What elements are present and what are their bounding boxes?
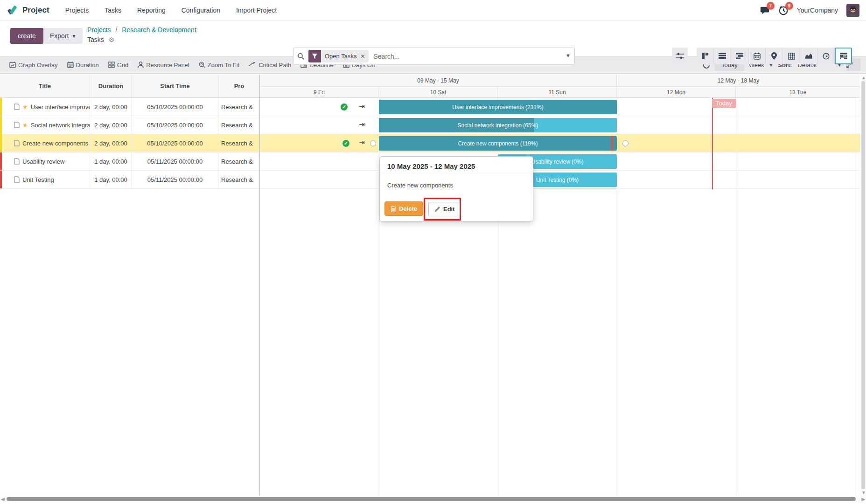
nav-item-projects[interactable]: Projects [65, 7, 89, 14]
day-header[interactable]: 11 Sun [498, 87, 617, 97]
scroll-down-icon[interactable]: ▼ [861, 490, 866, 495]
day-header[interactable]: 13 Tue [736, 87, 860, 97]
map-pin-icon [771, 52, 777, 60]
chevron-down-icon: ▼ [71, 34, 76, 39]
table-row[interactable]: ★Social network integrat 2 day, 00:00 05… [0, 116, 260, 134]
gantt-row[interactable]: Unit Testing (0%) [260, 171, 860, 189]
task-duration: 2 day, 00:00 [90, 134, 132, 152]
star-icon[interactable]: ★ [22, 104, 28, 110]
task-start-time[interactable]: 05/10/2025 00:00:00 [132, 116, 218, 134]
breadcrumb-projects-link[interactable]: Projects [87, 26, 111, 34]
activities-button[interactable]: 9 [778, 5, 789, 15]
task-table-header: Title Duration Start Time Pro [0, 75, 260, 98]
zoom-icon [199, 62, 205, 68]
search-facet[interactable]: Open Tasks ✕ [308, 50, 369, 62]
view-gantt-button[interactable] [731, 48, 748, 64]
create-button[interactable]: create [10, 28, 43, 44]
view-pivot-button[interactable] [783, 48, 800, 64]
task-start-time-focused[interactable]: 05/10/2025 00:00:00 [132, 134, 218, 152]
horizontal-scrollbar[interactable]: ◀ ▶ [0, 496, 866, 503]
scroll-up-icon[interactable]: ▲ [861, 75, 866, 80]
table-row[interactable]: ★User interface improve 2 day, 00:00 05/… [0, 98, 260, 116]
nav-item-tasks[interactable]: Tasks [105, 7, 121, 14]
company-name[interactable]: YourCompany [797, 7, 838, 14]
scroll-left-icon[interactable]: ◀ [1, 497, 5, 502]
table-row[interactable]: Unit Testing 1 day, 00:00 05/11/2025 00:… [0, 171, 260, 189]
filter-icon [308, 50, 321, 62]
day-header[interactable]: 12 Mon [617, 87, 736, 97]
view-activity-button[interactable] [817, 48, 835, 64]
gantt-row[interactable]: Usability review (0%) [260, 152, 860, 171]
column-header-project[interactable]: Pro [218, 75, 260, 97]
gantt-bar[interactable]: User interface improvements (231%) [379, 100, 617, 114]
messages-button[interactable]: 7 [760, 5, 770, 15]
gantt-bar[interactable]: Create new components (119%) [379, 136, 617, 151]
view-list-button[interactable] [714, 48, 731, 64]
task-start-time[interactable]: 05/10/2025 00:00:00 [132, 98, 218, 116]
gear-icon[interactable]: ⚙ [109, 36, 115, 43]
day-header[interactable]: 9 Fri [260, 87, 379, 97]
export-button[interactable]: Export▼ [43, 28, 83, 44]
gantt-bar-label: Create new components (119%) [379, 136, 617, 151]
critical-path-button[interactable]: Critical Path [249, 62, 291, 69]
gantt-bar-label: Social network integration (65%) [379, 118, 617, 132]
day-header[interactable]: 10 Sat [379, 87, 498, 97]
duration-button[interactable]: Duration [67, 62, 99, 69]
nav-item-reporting[interactable]: Reporting [137, 7, 166, 14]
app-logo-icon[interactable] [7, 5, 18, 15]
today-line [712, 98, 713, 189]
view-gantt-selected-button[interactable] [835, 48, 852, 64]
app-name: Project [22, 6, 49, 15]
calendar-icon [754, 53, 761, 60]
filters-options-button[interactable] [672, 48, 688, 64]
resize-handle-left[interactable] [370, 140, 376, 146]
area-chart-icon [805, 53, 812, 59]
gantt-icon [736, 53, 743, 59]
scroll-right-icon[interactable]: ▶ [861, 497, 865, 502]
table-row-selected[interactable]: Create new components 2 day, 00:00 05/10… [0, 134, 260, 152]
column-header-start-time[interactable]: Start Time [132, 75, 218, 97]
table-gantt-divider[interactable] [259, 75, 260, 496]
task-duration: 1 day, 00:00 [90, 152, 132, 170]
column-header-title[interactable]: Title [0, 75, 90, 97]
vertical-scrollbar[interactable]: ▲ ▼ [860, 75, 866, 496]
task-title: Create new components [22, 140, 88, 147]
task-start-time[interactable]: 05/11/2025 00:00:00 [132, 152, 218, 170]
task-duration: 2 day, 00:00 [90, 116, 132, 134]
gantt-row-selected[interactable]: ✓ ⇥ Create new components (119%) [260, 134, 860, 152]
table-row[interactable]: Usability review 1 day, 00:00 05/11/2025… [0, 152, 260, 171]
star-icon[interactable]: ★ [22, 122, 28, 129]
horizontal-scroll-thumb[interactable] [7, 497, 856, 501]
document-icon [14, 140, 20, 146]
view-map-button[interactable] [766, 48, 783, 64]
breadcrumb-project-link[interactable]: Research & Development [122, 26, 196, 34]
search-bar[interactable]: Open Tasks ✕ ▼ [293, 48, 575, 65]
graph-overlay-button[interactable]: Graph Overlay [9, 62, 58, 69]
done-check-icon: ✓ [342, 139, 350, 147]
vertical-scroll-thumb[interactable] [861, 81, 865, 489]
delete-button[interactable]: Delete [384, 201, 423, 216]
nav-item-configuration[interactable]: Configuration [182, 7, 220, 14]
column-header-duration[interactable]: Duration [90, 75, 132, 97]
zoom-to-fit-button[interactable]: Zoom To Fit [199, 62, 239, 69]
grid-icon [108, 62, 115, 68]
gantt-row[interactable]: ⇥ Social network integration (65%) [260, 116, 860, 134]
view-kanban-button[interactable] [697, 48, 714, 64]
user-avatar[interactable] [846, 4, 859, 17]
search-input[interactable] [373, 53, 571, 60]
task-start-time[interactable]: 05/11/2025 00:00:00 [132, 171, 218, 188]
search-dropdown-icon[interactable]: ▼ [566, 53, 571, 58]
resource-panel-button[interactable]: Resource Panel [138, 62, 189, 69]
graph-overlay-icon [9, 62, 16, 68]
gantt-bar[interactable]: Social network integration (65%) [379, 118, 617, 132]
grid-button[interactable]: Grid [108, 62, 129, 69]
facet-remove-icon[interactable]: ✕ [360, 53, 365, 60]
gantt-row[interactable]: ✓ ⇥ User interface improvements (231%) [260, 98, 860, 116]
view-calendar-button[interactable] [748, 48, 766, 64]
search-icon [297, 53, 305, 60]
view-graph-button[interactable] [800, 48, 817, 64]
resize-handle-right[interactable] [622, 140, 629, 146]
document-icon [14, 158, 20, 165]
nav-item-import-project[interactable]: Import Project [236, 7, 277, 14]
duration-calendar-icon [67, 62, 74, 68]
